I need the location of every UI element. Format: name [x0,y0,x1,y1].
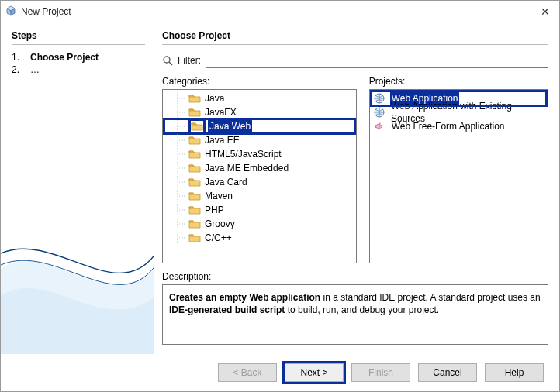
svg-rect-26 [375,126,376,128]
description-box: Creates an empty Web application in a st… [162,284,548,345]
filter-label: Filter: [178,55,201,66]
tree-elbow-icon [175,190,186,202]
category-label: Java EE [203,134,241,146]
folder-icon [188,177,201,187]
filter-input[interactable] [206,53,548,68]
tree-elbow-icon [175,92,186,105]
step-number: 2. [12,64,22,75]
new-project-dialog: New Project ✕ Steps 1. Choose Project 2.… [0,0,560,392]
category-label: Groovy [203,218,237,230]
tree-elbow-icon [175,162,186,174]
finish-button[interactable]: Finish [351,363,410,382]
description-bold-1: Creates an empty Web application [169,292,320,303]
titlebar: New Project ✕ [1,1,559,22]
dialog-body: Steps 1. Choose Project 2. … Choose [1,22,559,354]
globe-icon [374,93,386,104]
category-label: Java ME Embedded [203,162,290,174]
category-item[interactable]: Java EE [164,133,354,147]
category-label: Java Web [208,120,252,132]
category-label: Java Card [203,176,249,188]
wave-background-icon [1,222,154,354]
category-label: Maven [203,190,234,202]
step-item: 2. … [12,64,145,76]
category-label: JavaFX [203,106,238,119]
choose-panel: Choose Project Filter: Categories: JavaJ… [154,22,559,354]
projects-listbox[interactable]: Web ApplicationWeb Application with Exis… [369,89,548,263]
next-button[interactable]: Next > [285,363,344,382]
projects-column: Projects: Web ApplicationWeb Application… [369,76,548,263]
folder-icon [188,163,201,174]
app-cube-icon [5,5,16,19]
folder-icon [188,205,201,215]
category-item[interactable]: PHP [164,203,354,217]
folder-icon [188,135,201,146]
projects-label: Projects: [369,76,548,87]
category-item[interactable]: JavaFX [164,105,354,119]
description-label: Description: [162,271,548,282]
categories-column: Categories: JavaJavaFXJava WebJava EEHTM… [162,76,357,263]
close-icon[interactable]: ✕ [536,4,555,19]
category-item[interactable]: Groovy [164,217,354,231]
filter-row: Filter: [162,53,548,68]
tree-elbow-icon [175,232,186,244]
category-item[interactable]: C/C++ [164,231,354,245]
description-block: Description: Creates an empty Web applic… [162,271,548,345]
footer: < Back Next > Finish Cancel Help [1,354,559,391]
columns: Categories: JavaJavaFXJava WebJava EEHTM… [162,76,548,263]
steps-separator [12,44,145,45]
category-item[interactable]: Java [164,91,354,105]
svg-point-0 [164,57,170,63]
tree-elbow-icon [175,120,186,132]
step-label: … [30,64,40,75]
steps-heading: Steps [12,30,145,41]
category-label: HTML5/JavaScript [203,148,283,160]
tree-elbow-icon [175,176,186,188]
category-item[interactable]: Java ME Embedded [164,161,354,175]
category-label: PHP [203,204,226,216]
categories-listbox[interactable]: JavaJavaFXJava WebJava EEHTML5/JavaScrip… [162,89,357,263]
categories-label: Categories: [162,76,357,87]
tree-elbow-icon [175,218,186,230]
steps-list: 1. Choose Project 2. … [12,51,145,76]
folder-icon [188,218,201,229]
category-item[interactable]: Java Card [164,175,354,189]
description-text-1: in a standard IDE project. A standard pr… [320,292,541,303]
category-label: C/C++ [203,232,233,244]
description-bold-2: IDE-generated build script [169,304,285,315]
folder-icon [188,93,201,104]
category-item[interactable]: Maven [164,189,354,203]
step-item: 1. Choose Project [12,51,145,64]
megaphone-icon [374,121,386,132]
category-item[interactable]: Java Web [164,119,354,133]
tree-elbow-icon [175,204,186,216]
choose-separator [162,44,548,45]
search-icon [162,55,173,66]
folder-icon [188,149,201,160]
folder-icon [188,119,206,134]
svg-line-1 [169,62,172,65]
back-button[interactable]: < Back [218,363,277,382]
folder-icon [188,107,201,118]
choose-heading: Choose Project [162,30,548,41]
tree-elbow-icon [175,148,186,160]
folder-icon [188,191,201,201]
tree-elbow-icon [175,134,186,146]
steps-panel: Steps 1. Choose Project 2. … [1,22,154,354]
help-button[interactable]: Help [485,363,544,382]
tree-elbow-icon [175,106,186,119]
globe-icon [374,107,385,118]
cancel-button[interactable]: Cancel [418,363,477,382]
folder-icon [188,232,201,243]
project-item[interactable]: Web Application with Existing Sources [372,105,546,119]
window-title: New Project [21,6,536,17]
step-label: Choose Project [30,52,99,63]
project-label: Web Free-Form Application [390,120,506,132]
category-label: Java [203,92,226,105]
step-number: 1. [12,52,22,63]
description-text-2: to build, run, and debug your project. [285,304,439,315]
category-item[interactable]: HTML5/JavaScript [164,147,354,161]
